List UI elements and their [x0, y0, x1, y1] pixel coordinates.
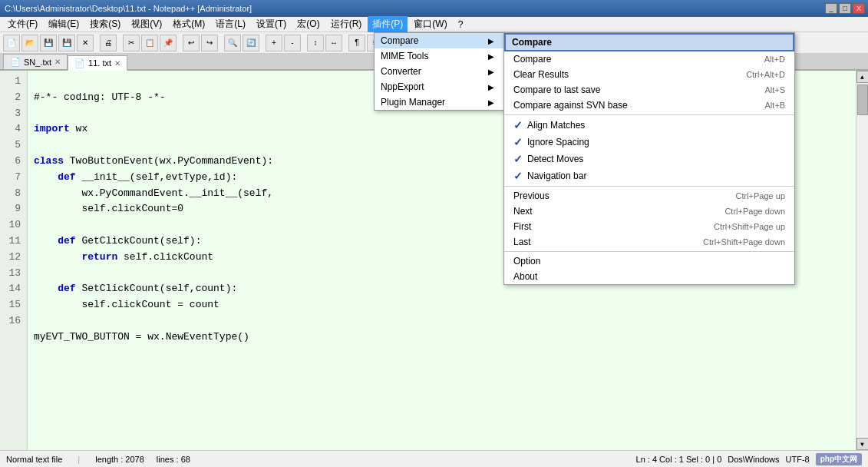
find-button[interactable]: 🔍 [224, 35, 241, 51]
tab-sn-label: SN_.txt [24, 58, 51, 67]
compare-arrow: ▶ [488, 37, 494, 45]
title-text: C:\Users\Administrator\Desktop\11.txt - … [5, 4, 252, 13]
compare-submenu[interactable]: Compare Compare Alt+D Clear Results Ctrl… [503, 32, 795, 285]
submenu-next-label: Next [513, 206, 533, 217]
submenu-align-matches[interactable]: ✓ Align Matches [504, 117, 794, 134]
status-bar: Normal text file | length : 2078 lines :… [0, 450, 868, 467]
tab-11-icon: 📄 [74, 58, 85, 68]
align-matches-check: ✓ [513, 119, 523, 131]
menu-item-converter[interactable]: Converter ▶ [375, 64, 503, 79]
submenu-first-shortcut: Ctrl+Shift+Page up [714, 222, 785, 231]
submenu-first[interactable]: First Ctrl+Shift+Page up [504, 219, 794, 234]
maximize-button[interactable]: □ [839, 3, 851, 14]
scroll-up-arrow[interactable]: ▲ [856, 71, 869, 83]
zoom-out-button[interactable]: - [284, 35, 301, 51]
submenu-about[interactable]: About [504, 269, 794, 284]
tab-11[interactable]: 📄 11. txt ✕ [68, 55, 127, 71]
navigation-bar-check: ✓ [513, 170, 523, 182]
submenu-option[interactable]: Option [504, 253, 794, 269]
plugin-manager-label: Plugin Manager [381, 97, 445, 108]
close-button[interactable]: X [853, 3, 865, 14]
sync-v-button[interactable]: ↕ [307, 35, 324, 51]
nppexport-arrow: ▶ [488, 83, 494, 91]
line-numbers: 12345 678910 1112131415 16 [0, 71, 28, 450]
submenu-sep-1 [504, 114, 794, 115]
menu-settings[interactable]: 设置(T) [252, 16, 291, 32]
menu-run[interactable]: 运行(R) [326, 16, 367, 32]
compare-label: Compare [381, 35, 418, 46]
wordwrap-button[interactable]: ¶ [348, 35, 365, 51]
menu-edit[interactable]: 编辑(E) [44, 16, 84, 32]
status-line-ending: Dos\Windows [728, 455, 779, 464]
undo-button[interactable]: ↩ [183, 35, 200, 51]
scroll-down-arrow[interactable]: ▼ [856, 438, 869, 450]
status-position: Ln : 4 Col : 1 Sel : 0 | 0 [636, 455, 722, 464]
menu-file[interactable]: 文件(F) [3, 16, 42, 32]
submenu-compare-label: Compare [513, 54, 551, 65]
vertical-scrollbar[interactable]: ▲ ▼ [856, 71, 868, 450]
title-controls: _ □ X [825, 3, 865, 14]
submenu-compare-svn[interactable]: Compare against SVN base Alt+B [504, 98, 794, 113]
menu-view[interactable]: 视图(V) [127, 16, 167, 32]
submenu-compare[interactable]: Compare Alt+D [504, 51, 794, 67]
close-button-tb[interactable]: ✕ [77, 35, 94, 51]
ignore-spacing-label: Ignore Spacing [527, 137, 589, 147]
submenu-next[interactable]: Next Ctrl+Page down [504, 204, 794, 219]
zoom-in-button[interactable]: + [266, 35, 282, 51]
sync-h-button[interactable]: ↔ [325, 35, 342, 51]
menu-item-plugin-manager[interactable]: Plugin Manager ▶ [375, 94, 503, 110]
compare-submenu-header: Compare [504, 33, 794, 51]
tab-11-close[interactable]: ✕ [114, 59, 120, 68]
plugin-manager-arrow: ▶ [488, 98, 494, 107]
paste-button[interactable]: 📌 [160, 35, 177, 51]
submenu-compare-svn-label: Compare against SVN base [513, 100, 628, 111]
submenu-sep-3 [504, 251, 794, 252]
menu-macro[interactable]: 宏(O) [292, 16, 324, 32]
save-button[interactable]: 💾 [40, 35, 57, 51]
menu-item-compare[interactable]: Compare ▶ [375, 33, 503, 48]
menu-format[interactable]: 格式(M) [168, 16, 210, 32]
redo-button[interactable]: ↪ [201, 35, 218, 51]
menu-search[interactable]: 搜索(S) [85, 16, 125, 32]
status-right: Ln : 4 Col : 1 Sel : 0 | 0 Dos\Windows U… [636, 453, 862, 465]
menu-window[interactable]: 窗口(W) [409, 16, 451, 32]
cut-button[interactable]: ✂ [123, 35, 140, 51]
submenu-compare-last[interactable]: Compare to last save Alt+S [504, 82, 794, 98]
submenu-previous-shortcut: Ctrl+Page up [735, 191, 785, 200]
menu-help[interactable]: ? [454, 18, 468, 31]
print-button[interactable]: 🖨 [100, 35, 117, 51]
menu-item-nppexport[interactable]: NppExport ▶ [375, 79, 503, 94]
open-button[interactable]: 📂 [21, 35, 38, 51]
scroll-thumb[interactable] [857, 84, 868, 115]
submenu-detect-moves[interactable]: ✓ Detect Moves [504, 151, 794, 167]
menu-plugin[interactable]: 插件(P) [368, 16, 408, 32]
tab-sn-close[interactable]: ✕ [54, 58, 61, 66]
title-bar: C:\Users\Administrator\Desktop\11.txt - … [0, 0, 868, 17]
plugin-menu[interactable]: Compare ▶ MIME Tools ▶ Converter ▶ NppEx… [374, 32, 504, 111]
detect-moves-check: ✓ [513, 153, 523, 165]
submenu-last[interactable]: Last Ctrl+Shift+Page down [504, 234, 794, 250]
navigation-bar-label: Navigation bar [527, 171, 586, 181]
replace-button[interactable]: 🔄 [243, 35, 259, 51]
converter-arrow: ▶ [488, 68, 494, 76]
submenu-ignore-spacing[interactable]: ✓ Ignore Spacing [504, 134, 794, 151]
menu-item-mime-tools[interactable]: MIME Tools ▶ [375, 48, 503, 64]
tab-sn-icon: 📄 [10, 57, 21, 67]
submenu-first-label: First [513, 221, 531, 232]
save-all-button[interactable]: 💾 [58, 35, 75, 51]
menu-language[interactable]: 语言(L) [211, 16, 250, 32]
submenu-sep-2 [504, 186, 794, 187]
tab-11-label: 11. txt [88, 58, 111, 68]
minimize-button[interactable]: _ [825, 3, 837, 14]
copy-button[interactable]: 📋 [141, 35, 158, 51]
submenu-clear-label: Clear Results [513, 69, 569, 80]
new-button[interactable]: 📄 [3, 35, 20, 51]
tab-sn[interactable]: 📄 SN_.txt ✕ [3, 54, 68, 69]
submenu-about-label: About [513, 271, 537, 282]
align-matches-label: Align Matches [527, 120, 585, 131]
submenu-navigation-bar[interactable]: ✓ Navigation bar [504, 167, 794, 184]
submenu-clear-shortcut: Ctrl+Alt+D [746, 70, 785, 79]
submenu-previous-label: Previous [513, 190, 550, 201]
submenu-previous[interactable]: Previous Ctrl+Page up [504, 188, 794, 204]
submenu-clear-results[interactable]: Clear Results Ctrl+Alt+D [504, 67, 794, 82]
